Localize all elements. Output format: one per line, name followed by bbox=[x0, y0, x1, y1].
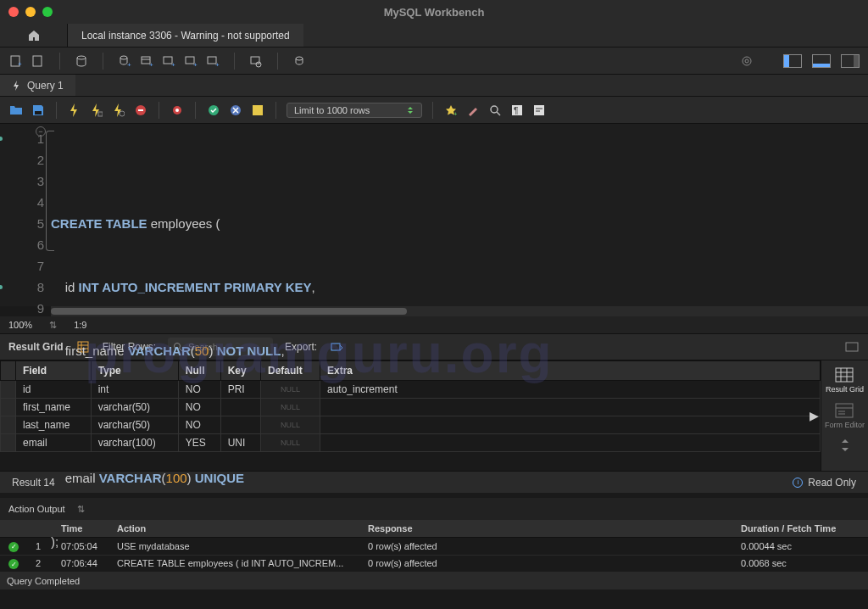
svg-rect-44 bbox=[836, 368, 853, 382]
svg-rect-35 bbox=[534, 105, 544, 115]
more-modes-icon[interactable] bbox=[838, 437, 852, 454]
svg-rect-24 bbox=[138, 109, 143, 111]
zoom-level[interactable]: 100% bbox=[8, 320, 32, 330]
sql-editor[interactable]: 1 234567 8 9 − CREATE TABLE employees ( … bbox=[0, 124, 868, 306]
col-field[interactable]: Field bbox=[16, 361, 92, 381]
svg-rect-15 bbox=[251, 57, 259, 64]
table-row[interactable]: first_namevarchar(50)NONULL bbox=[1, 399, 821, 416]
schema-add-icon[interactable]: + bbox=[117, 53, 132, 69]
svg-text:+: + bbox=[215, 61, 220, 68]
code-area[interactable]: − CREATE TABLE employees ( id INT AUTO_I… bbox=[51, 124, 868, 306]
home-icon bbox=[27, 29, 41, 42]
query-tab-1[interactable]: Query 1 bbox=[0, 75, 75, 96]
open-file-icon[interactable] bbox=[8, 103, 24, 118]
table-row[interactable]: emailvarchar(100)YESUNINULL bbox=[1, 434, 821, 452]
result-grid-mode-button[interactable]: Result Grid bbox=[826, 366, 864, 394]
result-side-toolbar: Result Grid Form Editor bbox=[821, 360, 868, 471]
beautify-icon[interactable] bbox=[465, 103, 481, 118]
home-tab[interactable] bbox=[0, 24, 68, 47]
svg-point-4 bbox=[120, 56, 127, 59]
svg-text:+: + bbox=[18, 60, 22, 68]
svg-rect-2 bbox=[33, 56, 42, 66]
svg-point-22 bbox=[120, 111, 125, 116]
svg-text:+: + bbox=[193, 61, 198, 68]
func-add-icon[interactable]: + bbox=[205, 53, 220, 69]
table-add-icon[interactable]: + bbox=[139, 53, 154, 69]
svg-text:¶: ¶ bbox=[514, 106, 518, 115]
search-table-icon[interactable] bbox=[248, 53, 264, 69]
panel-right-toggle[interactable] bbox=[841, 54, 860, 68]
svg-point-26 bbox=[175, 109, 179, 112]
proc-add-icon[interactable]: + bbox=[183, 53, 198, 69]
svg-point-16 bbox=[256, 62, 261, 67]
connection-tabbar: Local instance 3306 - Warning - not supp… bbox=[0, 24, 868, 47]
open-sql-file-icon[interactable] bbox=[31, 53, 46, 69]
dropdown-arrows-icon bbox=[406, 106, 415, 115]
stop-icon[interactable] bbox=[133, 103, 148, 118]
col-default[interactable]: Default bbox=[260, 361, 320, 381]
new-sql-tab-icon[interactable]: + bbox=[8, 53, 24, 69]
query-tabbar: Query 1 bbox=[0, 75, 868, 97]
col-type[interactable]: Type bbox=[91, 361, 178, 381]
svg-point-17 bbox=[296, 57, 303, 60]
result-tab-label[interactable]: Result 14 bbox=[12, 477, 55, 489]
svg-point-19 bbox=[745, 59, 748, 63]
autocommit-icon[interactable] bbox=[250, 103, 265, 118]
svg-rect-21 bbox=[98, 112, 103, 116]
svg-text:+: + bbox=[171, 61, 175, 68]
grid-scroll-right-icon[interactable]: ▶ bbox=[810, 409, 819, 422]
connection-tab[interactable]: Local instance 3306 - Warning - not supp… bbox=[68, 24, 303, 47]
panel-left-toggle[interactable] bbox=[783, 54, 802, 68]
col-key[interactable]: Key bbox=[220, 361, 260, 381]
limit-rows-label: Limit to 1000 rows bbox=[294, 105, 370, 115]
line-gutter: 1 234567 8 9 bbox=[0, 124, 51, 306]
star-icon[interactable]: + bbox=[443, 103, 459, 118]
svg-line-32 bbox=[497, 112, 500, 115]
close-window-button[interactable] bbox=[8, 7, 19, 17]
commit-icon[interactable] bbox=[206, 103, 221, 118]
result-grid[interactable]: Field Type Null Key Default Extra idintN… bbox=[0, 360, 821, 471]
wrap-icon[interactable] bbox=[531, 103, 547, 118]
window-title: MySQL Workbench bbox=[384, 6, 485, 19]
col-null[interactable]: Null bbox=[178, 361, 220, 381]
view-add-icon[interactable]: + bbox=[161, 53, 176, 69]
database-icon[interactable] bbox=[74, 53, 89, 69]
rollback-icon[interactable] bbox=[228, 103, 243, 118]
success-icon: ✓ bbox=[8, 542, 19, 552]
form-editor-mode-button[interactable]: Form Editor bbox=[825, 401, 865, 430]
lightning-icon bbox=[12, 81, 22, 91]
find-icon[interactable] bbox=[487, 103, 503, 118]
window-titlebar: MySQL Workbench bbox=[0, 0, 868, 24]
table-row[interactable]: last_namevarchar(50)NONULL bbox=[1, 416, 821, 434]
success-icon: ✓ bbox=[8, 559, 19, 569]
execute-current-icon[interactable] bbox=[89, 103, 104, 118]
invisibles-icon[interactable]: ¶ bbox=[509, 103, 525, 118]
query-tab-label: Query 1 bbox=[27, 80, 64, 92]
table-row[interactable]: idintNOPRINULLauto_increment bbox=[1, 381, 821, 399]
reconnect-icon[interactable] bbox=[292, 53, 307, 69]
svg-rect-29 bbox=[253, 105, 263, 115]
svg-point-3 bbox=[77, 56, 86, 59]
svg-text:+: + bbox=[453, 110, 457, 116]
no-limit-icon[interactable] bbox=[170, 103, 185, 118]
settings-icon[interactable] bbox=[739, 53, 754, 69]
execute-icon[interactable] bbox=[67, 103, 82, 118]
editor-hscrollbar[interactable] bbox=[51, 306, 868, 316]
panel-bottom-toggle[interactable] bbox=[812, 54, 831, 68]
col-extra[interactable]: Extra bbox=[320, 361, 821, 381]
svg-text:+: + bbox=[127, 61, 131, 68]
traffic-lights bbox=[8, 7, 53, 17]
fold-icon[interactable]: − bbox=[36, 126, 46, 137]
svg-rect-49 bbox=[836, 404, 853, 417]
explain-icon[interactable] bbox=[111, 103, 126, 118]
code-fold-brace bbox=[46, 131, 54, 251]
maximize-window-button[interactable] bbox=[42, 7, 53, 17]
editor-toolbar: Limit to 1000 rows + ¶ bbox=[0, 97, 868, 124]
svg-text:+: + bbox=[149, 61, 153, 68]
svg-point-18 bbox=[743, 57, 751, 65]
minimize-window-button[interactable] bbox=[25, 7, 36, 17]
limit-rows-dropdown[interactable]: Limit to 1000 rows bbox=[287, 103, 422, 118]
svg-rect-20 bbox=[35, 111, 42, 115]
svg-point-31 bbox=[491, 106, 498, 113]
save-file-icon[interactable] bbox=[31, 103, 46, 118]
